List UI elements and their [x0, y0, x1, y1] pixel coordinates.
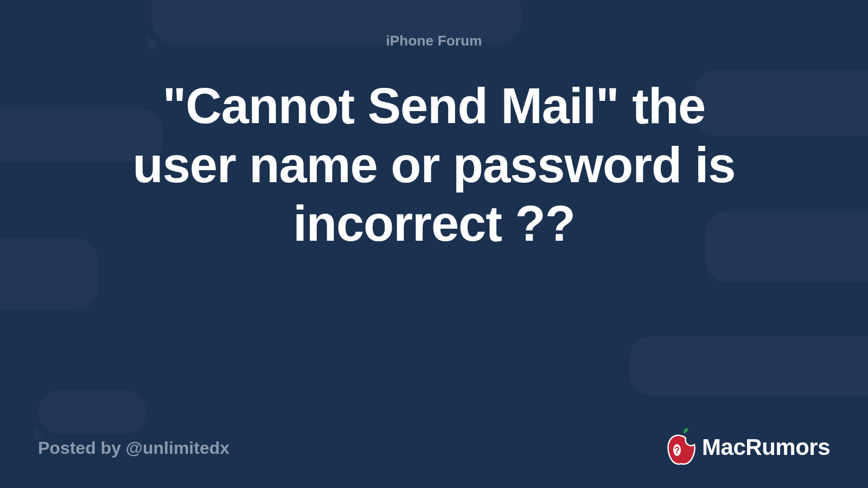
apple-bite-icon: ?: [665, 428, 698, 466]
brand-logo: ? MacRumors: [665, 428, 830, 466]
posted-by-label: Posted by @unlimitedx: [38, 438, 229, 458]
thread-title: "Cannot Send Mail" the user name or pass…: [108, 76, 760, 253]
brand-name: MacRumors: [702, 434, 830, 460]
content-container: iPhone Forum "Cannot Send Mail" the user…: [0, 0, 868, 488]
svg-text:?: ?: [674, 446, 680, 455]
forum-category-label: iPhone Forum: [386, 33, 482, 49]
